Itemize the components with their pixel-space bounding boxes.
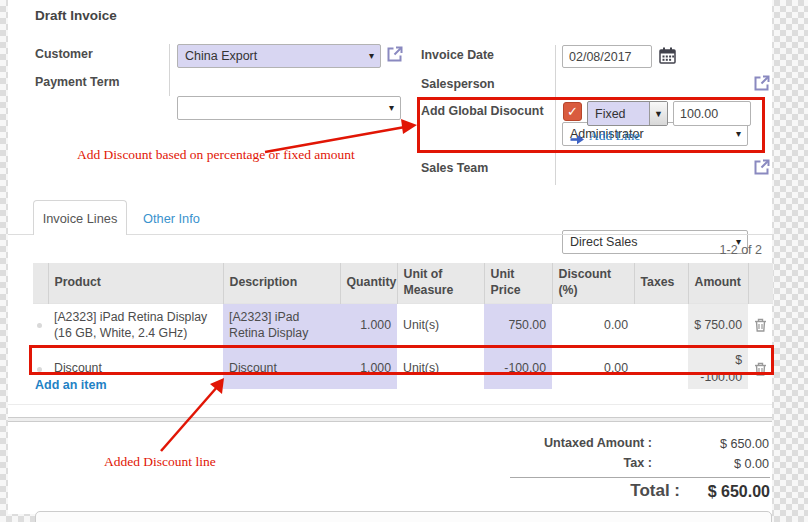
discount-type-select[interactable]: Fixed ▼ [587, 101, 668, 126]
cell-description[interactable]: Discount [223, 347, 340, 389]
invoice-lines-table: Product Description Quantity Unit of Mea… [33, 263, 773, 389]
salesperson-label: Salesperson [421, 77, 495, 91]
cell-discount[interactable]: 0.00 [552, 347, 634, 389]
handle-column-header [33, 263, 48, 303]
tab-other-info[interactable]: Other Info [143, 211, 200, 226]
header-description: Description [223, 263, 340, 303]
annotation-arrow-2 [150, 374, 240, 454]
tab-invoice-lines[interactable]: Invoice Lines [33, 200, 127, 235]
header-unit-price: Unit Price [484, 263, 552, 303]
customer-value: China Export [185, 49, 257, 63]
pager: 1-2 of 2 [612, 243, 762, 257]
header-taxes: Taxes [634, 263, 688, 303]
cell-unit-price[interactable]: 750.00 [484, 303, 552, 347]
customer-label: Customer [35, 47, 93, 61]
global-discount-checkbox[interactable]: ✓ [563, 102, 582, 121]
table-row-ipad: [A2323] iPad Retina Display (16 GB, Whit… [33, 303, 773, 347]
header-discount: Discount (%) [552, 263, 634, 303]
totals-divider-band [8, 417, 772, 422]
annotation-arrow-1 [255, 115, 425, 160]
table-row-discount: Discount Discount 1.000 Unit(s) -100.00 … [33, 347, 773, 389]
header-amount: Amount [688, 263, 748, 303]
cell-amount[interactable]: $ -100.00 [688, 347, 748, 389]
trash-icon [754, 362, 767, 376]
sales-team-label: Sales Team [421, 161, 488, 175]
header-product: Product [48, 263, 223, 303]
divider [8, 404, 772, 405]
annotation-added-line-note: Added Discount line [104, 454, 216, 470]
global-discount-label: Add Global Disocunt [421, 104, 544, 118]
delete-row-button[interactable] [748, 347, 773, 389]
discount-type-value: Fixed [588, 102, 649, 125]
cell-taxes[interactable] [634, 347, 688, 389]
chevron-down-icon: ▼ [649, 102, 667, 125]
customer-select[interactable]: China Export [177, 44, 381, 68]
trash-icon [754, 318, 767, 332]
cell-unit-price[interactable]: -100.00 [484, 347, 552, 389]
sales-team-external-link-icon[interactable] [752, 157, 772, 177]
calendar-icon[interactable] [659, 47, 676, 64]
header-quantity: Quantity [340, 263, 397, 303]
cell-discount[interactable]: 0.00 [552, 303, 634, 347]
page-title: Draft Invoice [35, 8, 117, 23]
total-value: $ 650.00 [620, 483, 770, 501]
bottom-panel-edge [35, 511, 772, 522]
cell-product[interactable]: [A2323] iPad Retina Display (16 GB, Whit… [48, 303, 223, 347]
delete-row-button[interactable] [748, 303, 773, 347]
payment-term-label: Payment Term [35, 75, 119, 89]
invoice-date-label: Invoice Date [421, 48, 494, 62]
invoice-date-input[interactable] [562, 45, 652, 68]
cell-amount[interactable]: $ 750.00 [688, 303, 748, 347]
untaxed-amount-value: $ 650.00 [619, 437, 769, 451]
form-separator-left [169, 44, 170, 96]
discount-amount-input[interactable] [673, 101, 751, 126]
tab-invoice-lines-label: Invoice Lines [43, 211, 118, 226]
header-uom: Unit of Measure [397, 263, 484, 303]
cell-taxes[interactable] [634, 303, 688, 347]
row-drag-handle[interactable] [33, 303, 48, 347]
customer-external-link-icon[interactable] [385, 44, 405, 64]
cell-quantity[interactable]: 1.000 [340, 347, 397, 389]
form-separator-right [555, 45, 556, 185]
cell-description[interactable]: [A2323] iPad Retina Display [223, 303, 340, 347]
screenshot-root: Draft Invoice Customer China Export Paym… [0, 0, 808, 522]
tax-value: $ 0.00 [619, 457, 769, 471]
add-line-link[interactable]: Add Line [589, 128, 640, 144]
cell-uom[interactable]: Unit(s) [397, 347, 484, 389]
cell-quantity[interactable]: 1.000 [340, 303, 397, 347]
total-separator [510, 477, 770, 478]
add-item-link[interactable]: Add an item [35, 378, 107, 392]
table-header-row: Product Description Quantity Unit of Mea… [33, 263, 773, 303]
add-line-arrow-icon [570, 134, 585, 145]
cell-uom[interactable]: Unit(s) [397, 303, 484, 347]
salesperson-external-link-icon[interactable] [752, 73, 772, 93]
header-actions [748, 263, 773, 303]
